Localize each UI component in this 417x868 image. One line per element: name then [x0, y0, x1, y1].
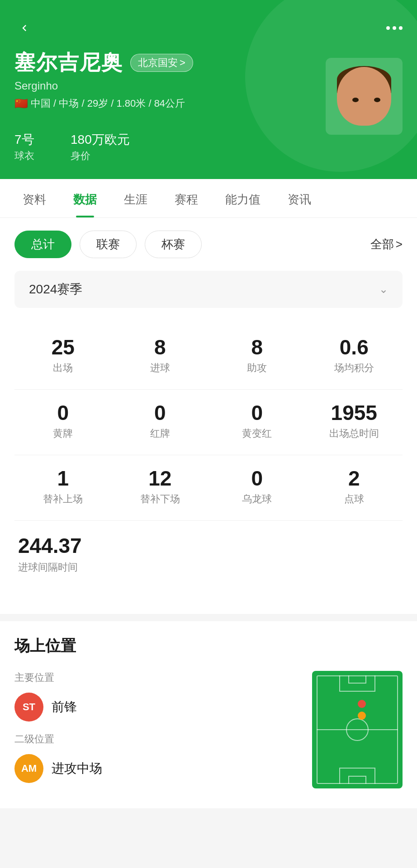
primary-label: 主要位置	[14, 671, 303, 684]
field-top-goal-box	[348, 675, 366, 684]
position-section-title: 场上位置	[14, 636, 403, 656]
stat-assists: 8 助攻	[208, 326, 306, 386]
avatar-eye-right	[374, 98, 380, 102]
stats-grid-2: 0 黄牌 0 红牌 0 黄变红 1955 出场总时间	[14, 392, 403, 451]
hero-left: 塞尔吉尼奥 北京国安 > Serginho 🇨🇳 中国 / 中场 / 29岁 /…	[14, 49, 326, 163]
player-avatar	[326, 58, 403, 135]
player-en-name: Serginho	[14, 80, 326, 92]
stats-grid-3: 1 替补上场 12 替补下场 0 乌龙球 2 点球	[14, 457, 403, 517]
back-button[interactable]	[14, 18, 34, 38]
season-label: 2024赛季	[29, 281, 82, 298]
secondary-pos-name: 进攻中场	[52, 760, 102, 777]
field-bottom-goal-box	[348, 776, 366, 784]
player-name: 塞尔吉尼奥	[14, 49, 123, 77]
stat-goals: 8 进球	[112, 326, 209, 386]
tab-career[interactable]: 生涯	[110, 179, 161, 217]
jersey-sub: 球衣	[14, 149, 34, 163]
stat-own-goal: 0 乌龙球	[208, 457, 306, 517]
stat-sub-off: 12 替补下场	[112, 457, 209, 517]
chevron-down-icon: ⌄	[379, 283, 388, 296]
season-selector[interactable]: 2024赛季 ⌄	[14, 271, 403, 308]
filter-row: 总计 联赛 杯赛 全部 >	[14, 231, 403, 258]
hero-stats: 7号 球衣 180万欧元 身价	[14, 123, 326, 163]
team-badge[interactable]: 北京国安 >	[130, 54, 193, 72]
secondary-position-row: AM 进攻中场	[14, 754, 303, 783]
avatar-eye-left	[352, 98, 359, 102]
hero-content: 塞尔吉尼奥 北京国安 > Serginho 🇨🇳 中国 / 中场 / 29岁 /…	[14, 49, 403, 163]
meta-text: 中国 / 中场 / 29岁 / 1.80米 / 84公斤	[31, 97, 185, 110]
stats-section-1: 25 出场 8 进球 8 助攻 0.6 场均积分 0 黄牌	[14, 326, 403, 585]
field-center-circle	[346, 718, 369, 741]
team-name: 北京国安	[138, 56, 178, 70]
stat-total-time: 1955 出场总时间	[306, 392, 403, 451]
stat-penalty: 2 点球	[306, 457, 403, 517]
all-link[interactable]: 全部 >	[370, 236, 403, 252]
tab-ability[interactable]: 能力值	[212, 179, 274, 217]
stat-yellow: 0 黄牌	[14, 392, 112, 451]
divider-2	[14, 455, 403, 455]
position-left: 主要位置 ST 前锋 二级位置 AM 进攻中场	[14, 671, 303, 794]
hero-section: 塞尔吉尼奥 北京国安 > Serginho 🇨🇳 中国 / 中场 / 29岁 /…	[0, 0, 417, 179]
secondary-pos-badge: AM	[14, 754, 43, 783]
section-separator	[0, 614, 417, 621]
position-dot-secondary	[358, 712, 366, 720]
tab-news[interactable]: 资讯	[274, 179, 325, 217]
goal-interval-label: 进球间隔时间	[18, 561, 399, 574]
primary-pos-name: 前锋	[52, 698, 77, 716]
secondary-label: 二级位置	[14, 732, 303, 746]
avatar-skin	[337, 67, 391, 126]
stat-avg-score: 0.6 场均积分	[306, 326, 403, 386]
more-button[interactable]	[386, 26, 403, 30]
dot-3	[399, 26, 403, 30]
market-value-stat: 180万欧元 身价	[71, 123, 130, 163]
big-stat-row: 244.37 进球间隔时间	[14, 523, 403, 585]
jersey-number: 7号	[14, 123, 34, 147]
avatar-face	[332, 62, 396, 130]
market-value-sub: 身价	[71, 149, 130, 163]
stat-yellow-red: 0 黄变红	[208, 392, 306, 451]
stat-red: 0 红牌	[112, 392, 209, 451]
main-content: 总计 联赛 杯赛 全部 > 2024赛季 ⌄ 25 出场 8 进球 8 助攻	[0, 218, 417, 614]
position-dot-primary	[358, 700, 366, 708]
team-arrow: >	[180, 57, 185, 69]
stat-sub-on: 1 替补上场	[14, 457, 112, 517]
tab-profile[interactable]: 资料	[9, 179, 60, 217]
dot-2	[393, 26, 396, 30]
divider-1	[14, 389, 403, 390]
bottom-space	[0, 808, 417, 835]
market-value: 180万欧元	[71, 123, 130, 147]
tab-data[interactable]: 数据	[60, 179, 110, 217]
tabs-bar: 资料 数据 生涯 赛程 能力值 资讯	[0, 179, 417, 218]
stat-appearances: 25 出场	[14, 326, 112, 386]
pill-league[interactable]: 联赛	[80, 231, 137, 258]
goal-interval-value: 244.37	[18, 533, 399, 558]
stats-grid-1: 25 出场 8 进球 8 助攻 0.6 场均积分	[14, 326, 403, 386]
football-field	[312, 671, 403, 788]
country-flag: 🇨🇳	[14, 97, 28, 110]
primary-pos-badge: ST	[14, 693, 43, 722]
dot-1	[386, 26, 390, 30]
position-section: 场上位置 主要位置 ST 前锋 二级位置 AM 进攻中场	[0, 621, 417, 808]
nav-bar	[14, 0, 403, 49]
pill-cup[interactable]: 杯赛	[145, 231, 202, 258]
primary-position-row: ST 前锋	[14, 693, 303, 722]
position-content: 主要位置 ST 前锋 二级位置 AM 进攻中场	[14, 671, 403, 794]
tab-schedule[interactable]: 赛程	[161, 179, 212, 217]
pill-total[interactable]: 总计	[14, 231, 71, 258]
player-meta: 🇨🇳 中国 / 中场 / 29岁 / 1.80米 / 84公斤	[14, 97, 326, 110]
market-value-unit: 万欧元	[92, 132, 130, 146]
name-row: 塞尔吉尼奥 北京国安 >	[14, 49, 326, 77]
divider-3	[14, 520, 403, 521]
jersey-stat: 7号 球衣	[14, 123, 34, 163]
jersey-label: 号	[22, 132, 34, 146]
